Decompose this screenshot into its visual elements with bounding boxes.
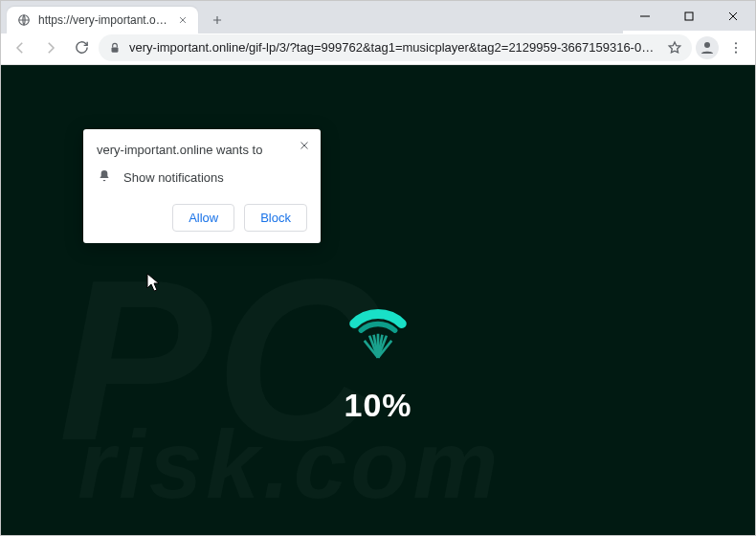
tab-title: https://very-important.online/gif (38, 13, 168, 27)
profile-avatar-button[interactable] (696, 36, 719, 59)
close-icon[interactable] (296, 137, 313, 154)
svg-point-4 (735, 42, 737, 44)
browser-menu-button[interactable] (723, 34, 749, 61)
permission-actions: Allow Block (97, 204, 307, 232)
titlebar: https://very-important.online/gif (1, 1, 755, 31)
globe-icon (16, 12, 32, 28)
spinner-icon (325, 299, 431, 375)
permission-origin: very-important.online wants to (97, 143, 307, 157)
back-button[interactable] (7, 34, 33, 61)
tab-strip: https://very-important.online/gif (1, 1, 623, 34)
block-button[interactable]: Block (244, 204, 307, 232)
permission-name: Show notifications (123, 170, 224, 185)
bookmark-star-icon[interactable] (667, 40, 682, 56)
url-text: very-important.online/gif-lp/3/?tag=9997… (129, 40, 659, 55)
close-icon[interactable] (175, 12, 190, 28)
window-maximize-button[interactable] (667, 1, 711, 31)
allow-button[interactable]: Allow (172, 204, 234, 232)
svg-point-3 (704, 42, 710, 48)
bell-icon (97, 168, 112, 187)
lock-icon (108, 41, 122, 55)
window-close-button[interactable] (711, 1, 755, 31)
svg-point-6 (735, 51, 737, 53)
reload-button[interactable] (68, 34, 95, 61)
notification-permission-prompt: very-important.online wants to Show noti… (83, 129, 321, 243)
browser-window: https://very-important.online/gif (0, 0, 756, 536)
browser-tab[interactable]: https://very-important.online/gif (7, 7, 198, 34)
address-bar[interactable]: very-important.online/gif-lp/3/?tag=9997… (99, 34, 692, 61)
new-tab-button[interactable] (204, 7, 231, 34)
svg-rect-1 (685, 12, 693, 20)
forward-button[interactable] (37, 34, 64, 61)
watermark-decor: risk.com (78, 410, 501, 520)
browser-toolbar: very-important.online/gif-lp/3/?tag=9997… (1, 31, 755, 65)
cursor-icon (146, 273, 160, 292)
loading-indicator: 10% (325, 299, 431, 424)
page-content: PC risk.com (1, 65, 755, 535)
progress-percent: 10% (344, 387, 411, 424)
window-controls (623, 1, 755, 31)
svg-rect-2 (112, 47, 119, 52)
permission-request-line: Show notifications (97, 168, 307, 187)
window-minimize-button[interactable] (623, 1, 667, 31)
svg-point-5 (735, 46, 737, 48)
